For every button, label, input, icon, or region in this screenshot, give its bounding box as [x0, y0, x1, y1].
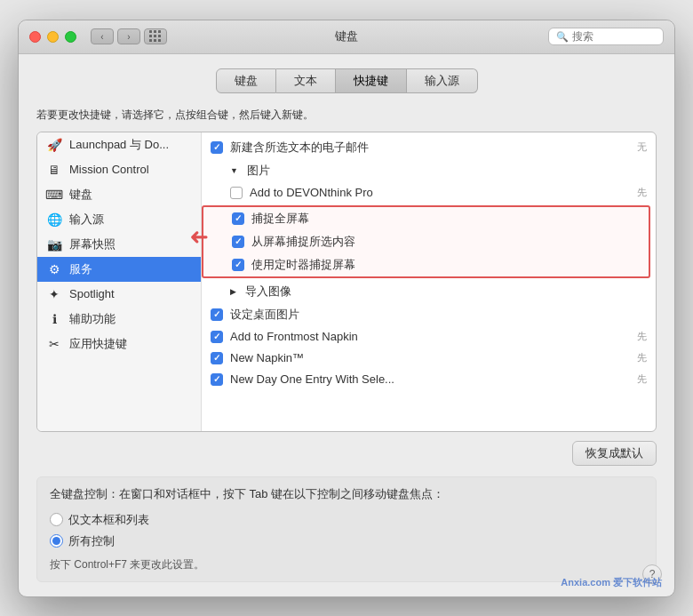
back-button[interactable]: ‹	[91, 28, 114, 44]
list-item-section: ▼ 图片	[202, 159, 656, 182]
checkbox[interactable]	[232, 236, 244, 248]
list-item-capture-full[interactable]: 捕捉全屏幕	[203, 207, 649, 230]
item-label: New Day One Entry With Sele...	[230, 372, 394, 386]
shortcut-key: 先	[637, 351, 647, 364]
sidebar-item-launchpad[interactable]: 🚀 Launchpad 与 Do...	[37, 132, 201, 157]
checkbox[interactable]	[211, 308, 223, 321]
left-list: 🚀 Launchpad 与 Do... 🖥 Mission Control ⌨ …	[37, 132, 202, 431]
right-list: 新建含所选文本的电子邮件 无 ▼ 图片 Add to DEVONthink Pr…	[202, 132, 656, 431]
screenshot-icon: 📷	[46, 236, 62, 252]
item-label: New Napkin™	[230, 351, 304, 364]
radio-label: 所有控制	[68, 533, 115, 549]
radio-all-controls[interactable]: 所有控制	[50, 531, 643, 552]
section-triangle: ▼	[230, 166, 238, 175]
tab-shortcuts[interactable]: 快捷键	[336, 68, 407, 93]
app-shortcuts-icon: ✂	[46, 336, 62, 352]
maximize-button[interactable]	[65, 31, 76, 43]
sidebar-item-label: Launchpad 与 Do...	[69, 137, 169, 153]
bottom-section: 恢复成默认 全键盘控制：在窗口和对话框中，按下 Tab 键在以下控制之间移动键盘…	[36, 432, 657, 582]
mission-icon: 🖥	[46, 162, 62, 178]
search-box[interactable]: 🔍	[548, 28, 664, 45]
checkbox[interactable]	[232, 259, 244, 271]
accessibility-icon: ℹ	[46, 311, 62, 327]
input-icon: 🌐	[46, 212, 62, 228]
section-label: 导入图像	[245, 284, 291, 300]
services-icon: ⚙	[46, 261, 62, 277]
launchpad-icon: 🚀	[46, 137, 62, 153]
nav-buttons: ‹ ›	[91, 28, 140, 44]
window-title: 键盘	[335, 28, 358, 44]
traffic-lights	[29, 31, 76, 43]
content-area: 键盘 文本 快捷键 输入源 若要更改快捷键，请选择它，点按组合键，然后键入新键。…	[19, 54, 674, 596]
checkbox[interactable]	[211, 352, 223, 364]
tab-input[interactable]: 输入源	[407, 68, 478, 93]
checkbox[interactable]	[211, 141, 223, 154]
list-item[interactable]: Add to Frontmost Napkin 先	[202, 326, 656, 348]
item-label: 新建含所选文本的电子邮件	[230, 140, 369, 156]
checkbox[interactable]	[232, 212, 244, 225]
sidebar-item-spotlight[interactable]: ✦ Spotlight	[37, 282, 201, 307]
sidebar-item-label: 输入源	[69, 212, 104, 228]
list-item-capture-timed[interactable]: 使用定时器捕捉屏幕	[203, 253, 649, 276]
item-label: 从屏幕捕捉所选内容	[251, 234, 355, 250]
list-item[interactable]: New Day One Entry With Sele... 先	[202, 369, 656, 390]
sidebar-item-services[interactable]: ⚙ 服务	[37, 257, 201, 282]
sidebar-item-accessibility[interactable]: ℹ 辅助功能	[37, 307, 201, 332]
sidebar-item-label: Spotlight	[69, 287, 115, 300]
tab-keyboard[interactable]: 键盘	[216, 68, 276, 93]
sidebar-item-label: Mission Control	[69, 163, 149, 176]
radio-label: 仅文本框和列表	[68, 512, 149, 528]
tabs-row: 键盘 文本 快捷键 输入源	[36, 68, 657, 93]
keyboard-icon: ⌨	[46, 187, 62, 203]
forward-button[interactable]: ›	[117, 28, 140, 44]
watermark: Anxia.com 爱下软件站	[561, 576, 662, 589]
checkbox[interactable]	[211, 331, 223, 343]
sidebar-item-app-shortcuts[interactable]: ✂ 应用快捷键	[37, 332, 201, 356]
shortcut-key: 先	[637, 330, 647, 343]
item-label: 设定桌面图片	[230, 307, 299, 323]
item-label: 捕捉全屏幕	[251, 211, 309, 227]
checkbox[interactable]	[211, 373, 223, 386]
sidebar-item-screenshot[interactable]: 📷 屏幕快照	[37, 232, 201, 257]
section-label: 图片	[247, 163, 270, 179]
restore-button[interactable]: 恢复成默认	[572, 441, 657, 466]
sidebar-item-keyboard[interactable]: ⌨ 键盘	[37, 182, 201, 207]
list-item[interactable]: Add to DEVONthink Pro 先	[202, 182, 656, 204]
grid-button[interactable]	[144, 28, 167, 44]
radio-button[interactable]	[50, 513, 63, 526]
keyboard-control: 全键盘控制：在窗口和对话框中，按下 Tab 键在以下控制之间移动键盘焦点： 仅文…	[36, 476, 657, 582]
right-panel: 新建含所选文本的电子邮件 无 ▼ 图片 Add to DEVONthink Pr…	[202, 132, 656, 431]
search-input[interactable]	[572, 30, 652, 43]
sidebar-item-label: 应用快捷键	[69, 336, 127, 352]
keyboard-hint: 按下 Control+F7 来更改此设置。	[50, 557, 643, 572]
list-item[interactable]: 新建含所选文本的电子邮件 无	[202, 136, 656, 159]
sidebar-item-mission[interactable]: 🖥 Mission Control	[37, 157, 201, 182]
tab-text[interactable]: 文本	[276, 68, 336, 93]
list-item[interactable]: New Napkin™ 先	[202, 348, 656, 369]
radio-button[interactable]	[50, 534, 63, 548]
hint-text: 若要更改快捷键，请选择它，点按组合键，然后键入新键。	[36, 108, 657, 123]
sidebar-item-label: 键盘	[69, 187, 92, 203]
sidebar-item-input[interactable]: 🌐 输入源	[37, 207, 201, 232]
sidebar-item-label: 辅助功能	[69, 311, 116, 327]
shortcut-key: 先	[637, 372, 647, 386]
list-item-section: ▶ 导入图像	[202, 280, 656, 303]
search-icon: 🔍	[556, 31, 569, 43]
spotlight-icon: ✦	[46, 286, 62, 302]
sidebar-item-label: 服务	[69, 261, 92, 277]
sidebar-item-label: 屏幕快照	[69, 236, 116, 252]
list-item[interactable]: 设定桌面图片	[202, 303, 656, 326]
shortcut-key: 先	[637, 186, 647, 199]
keyboard-control-title: 全键盘控制：在窗口和对话框中，按下 Tab 键在以下控制之间移动键盘焦点：	[50, 486, 643, 502]
close-button[interactable]	[29, 31, 41, 43]
item-label: Add to Frontmost Napkin	[230, 330, 358, 343]
radio-text-only[interactable]: 仅文本框和列表	[50, 509, 643, 531]
checkbox[interactable]	[230, 187, 243, 199]
list-item-capture-selection[interactable]: 从屏幕捕捉所选内容	[203, 230, 649, 253]
item-label: 使用定时器捕捉屏幕	[251, 257, 355, 273]
shortcut-key: 无	[637, 140, 647, 154]
restore-btn-row: 恢复成默认	[36, 441, 657, 466]
titlebar: ‹ › 键盘 🔍	[19, 20, 674, 54]
main-panel: 🚀 Launchpad 与 Do... 🖥 Mission Control ⌨ …	[36, 132, 657, 432]
minimize-button[interactable]	[47, 31, 59, 43]
